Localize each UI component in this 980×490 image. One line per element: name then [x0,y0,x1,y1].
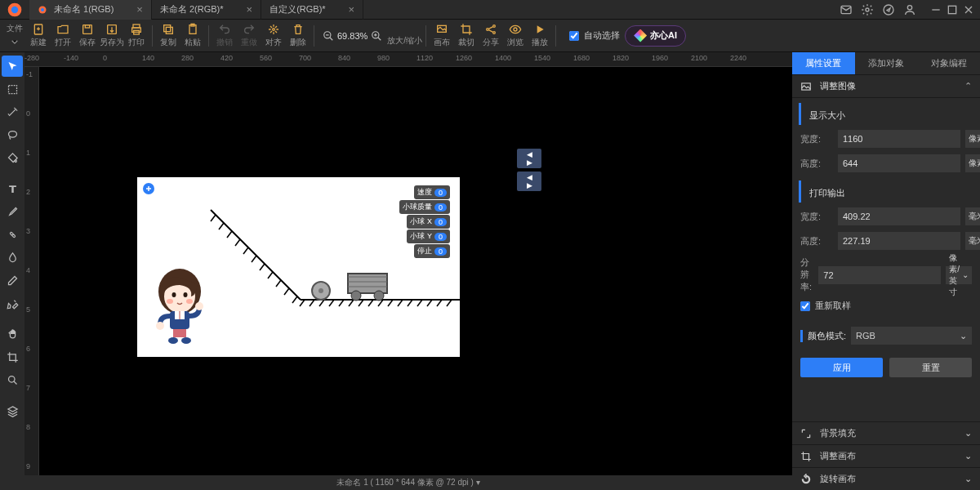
param-bally[interactable]: 小球 Y0 [407,229,450,243]
compass-icon[interactable] [882,3,895,16]
resolution-input[interactable] [818,266,941,284]
move-tool[interactable] [2,56,23,77]
floating-controls: ◀ ▶ ◀ ▶ [517,149,541,194]
print-button[interactable]: 打印 [124,20,149,51]
svg-line-40 [268,272,273,278]
param-stop[interactable]: 停止0 [414,244,450,258]
svg-rect-17 [164,25,171,32]
float-control-2[interactable]: ◀ ▶ [517,172,541,191]
auto-select-checkbox[interactable] [569,31,579,41]
svg-point-70 [172,292,176,297]
tab-add-object[interactable]: 添加对象 [855,52,918,74]
ai-badge[interactable]: 亦心AI [625,25,686,47]
param-mass[interactable]: 小球质量0 [399,200,450,214]
colormode-select[interactable]: RGB⌄ [851,327,972,345]
section-bg-fill[interactable]: 背景填充⌄ [792,421,980,444]
undo-button[interactable]: 撤销 [212,20,237,51]
resample-checkbox[interactable] [800,301,810,311]
section-adjust-image[interactable]: 调整图像 ⌃ [792,75,980,98]
open-button[interactable]: 打开 [51,20,75,51]
smudge-tool[interactable] [2,247,23,268]
delete-button[interactable]: 删除 [286,20,310,51]
resolution-unit[interactable]: 像素/英寸⌄ [946,266,972,284]
new-button[interactable]: 新建 [26,20,51,51]
dodge-tool[interactable] [2,369,23,390]
file-menu[interactable]: 文件 [3,20,26,51]
close-icon[interactable]: × [349,3,355,16]
paste-button[interactable]: 粘贴 [180,20,205,51]
zoom-control[interactable]: 69.83% [318,30,387,42]
section-adjust-canvas[interactable]: 调整画布⌄ [792,444,980,467]
hand-tool[interactable] [2,323,23,345]
svg-point-1 [11,6,18,12]
svg-point-7 [907,5,911,9]
svg-line-41 [276,280,281,287]
redo-button[interactable]: 重做 [237,20,261,51]
wand-tool[interactable] [2,101,23,122]
share-button[interactable]: 分享 [479,20,503,51]
play-button[interactable]: 播放 [528,20,552,51]
doc-tab-3[interactable]: 自定义(RGB)* × [261,0,363,20]
crop-button[interactable]: 裁切 [454,20,479,51]
svg-line-45 [310,300,314,306]
lasso-tool[interactable] [2,124,23,145]
svg-line-35 [227,231,232,238]
param-ballx[interactable]: 小球 X0 [407,215,450,229]
user-icon[interactable] [903,3,916,16]
section-rotate-canvas[interactable]: 旋转画布⌄ [792,467,980,490]
saveas-button[interactable]: 另存为 [100,20,124,51]
chevron-down-icon: ⌄ [964,474,972,484]
save-button[interactable]: 保存 [75,20,100,51]
close-window-icon[interactable] [962,3,975,16]
svg-point-78 [181,337,191,344]
text-tool[interactable] [2,178,23,199]
minimize-icon[interactable] [929,3,942,16]
doc-tab-1[interactable]: 未命名 1(RGB) × [29,0,152,20]
zoom-value: 69.83% [337,31,368,41]
ai-logo-icon [634,29,647,42]
mail-icon[interactable] [840,3,853,16]
zoom-in-icon[interactable] [371,30,382,42]
copy-button[interactable]: 复制 [156,20,180,51]
svg-line-36 [235,239,240,246]
browse-button[interactable]: 浏览 [503,20,528,51]
width-unit: 像素 [965,130,980,148]
print-width-input[interactable] [838,207,960,225]
print-width-unit[interactable]: 毫米⌄ [965,207,980,225]
maximize-icon[interactable] [946,3,959,16]
height-input[interactable] [838,154,960,172]
fill-tool[interactable] [2,147,23,168]
zoom-out-icon[interactable] [323,30,334,42]
window-controls [840,3,980,16]
ruler-vertical: -10123456789 [24,67,39,475]
canvas-button[interactable]: 画布 [430,20,454,51]
marquee-tool[interactable] [2,78,23,100]
align-button[interactable]: 对齐 [261,20,286,51]
param-speed[interactable]: 速度0 [414,185,450,199]
canvas-document[interactable]: 速度0 小球质量0 小球 X0 小球 Y0 停止0 [137,177,460,357]
layers-tool[interactable] [2,400,23,421]
print-height-input[interactable] [838,232,960,250]
zoom-label: 放大/缩小 [387,35,422,47]
svg-line-50 [359,300,363,306]
svg-rect-16 [166,27,172,33]
pen-tool[interactable] [2,292,23,314]
reset-button[interactable]: 重置 [889,358,972,377]
eraser-tool[interactable] [2,270,23,291]
width-input[interactable] [838,130,960,148]
heal-tool[interactable] [2,224,23,245]
print-height-unit[interactable]: 毫米⌄ [965,232,980,250]
crop-tool[interactable] [2,346,23,368]
float-control-1[interactable]: ◀ ▶ [517,149,541,168]
svg-line-53 [388,300,393,306]
brush-tool[interactable] [2,201,23,222]
tab-properties[interactable]: 属性设置 [792,52,855,74]
close-icon[interactable]: × [136,3,143,16]
tab-scripting[interactable]: 对象编程 [917,52,980,74]
close-icon[interactable]: × [247,3,253,16]
doc-tab-2[interactable]: 未命名 2(RGB)* × [152,0,261,20]
section-print: 打印输出 [799,180,980,203]
gear-icon[interactable] [861,3,874,16]
canvas-area[interactable]: ◀ ▶ ◀ ▶ [39,67,792,475]
apply-button[interactable]: 应用 [800,358,883,377]
